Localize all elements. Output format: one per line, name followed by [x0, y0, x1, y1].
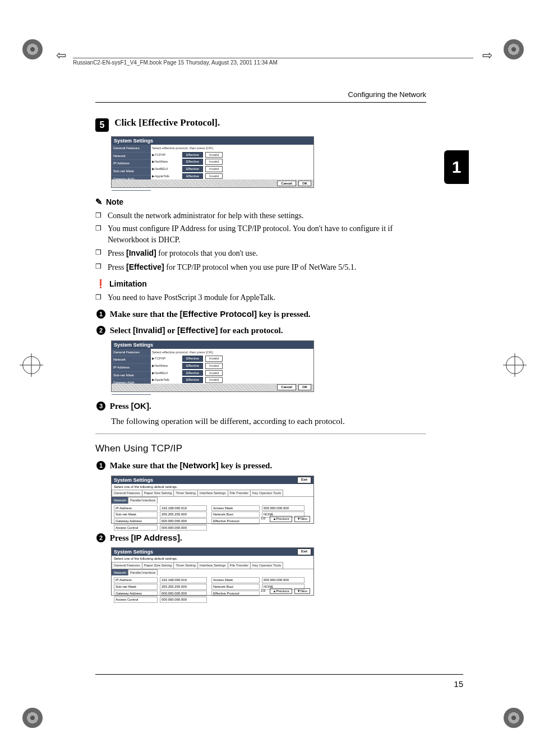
- separator: [95, 434, 426, 434]
- chapter-tab: 1: [444, 150, 469, 184]
- document-page: ⇦ ⇨ RussianC2-EN-sysF1_V4_FM.book Page 1…: [0, 0, 535, 756]
- cancel-button[interactable]: Cancel: [277, 181, 296, 187]
- substep-number-icon: 1: [96, 310, 105, 319]
- dialog-title: System Settings: [112, 137, 313, 145]
- cancel-button[interactable]: Cancel: [277, 384, 296, 390]
- arrow-icon: ⇦: [56, 48, 66, 63]
- running-head: Configuring the Network: [95, 90, 426, 103]
- note-item: Press [Invalid] for protocols that you d…: [95, 247, 426, 259]
- substep-body: The following operation will be differen…: [111, 416, 426, 428]
- substep: 1 Make sure that the [Network] key is pr…: [96, 459, 426, 472]
- exit-button[interactable]: Exit: [297, 548, 311, 555]
- note-item: Press [Effective] for TCP/IP protocol wh…: [95, 261, 426, 273]
- substep: 2 Select [Invalid] or [Effective] for ea…: [96, 324, 426, 337]
- section-heading: When Using TCP/IP: [95, 442, 426, 456]
- registration-mark-icon: [22, 356, 40, 374]
- tab[interactable]: General Features: [112, 490, 142, 496]
- note-item: Consult the network administrator for he…: [95, 210, 426, 222]
- book-header: RussianC2-EN-sysF1_V4_FM.book Page 15 Th…: [73, 58, 473, 66]
- screenshot-system-settings: System Settings Exit Select one of the f…: [111, 547, 314, 596]
- dialog-bottombar: Cancel OK: [112, 179, 313, 187]
- tab-row: General Features Paper Size Setting Time…: [112, 490, 313, 497]
- step-title: Click [Effective Protocol].: [114, 117, 220, 128]
- registration-mark-icon: [506, 356, 524, 374]
- prev-button[interactable]: ▲Previous: [270, 588, 292, 594]
- tab[interactable]: File Transfer: [228, 490, 251, 496]
- substep: 2 Press [IP Address].: [96, 532, 426, 545]
- step-number-icon: 5: [95, 118, 109, 132]
- subtab-network[interactable]: Network: [112, 497, 128, 504]
- dialog-main: Select effective protocol, then press [O…: [151, 145, 313, 179]
- limitation-list: You need to have PostScript 3 module for…: [95, 292, 426, 303]
- crop-mark-icon: [504, 39, 524, 59]
- next-button[interactable]: ▼Next: [294, 516, 310, 522]
- screenshot-effective-protocol: System Settings General Features Network…: [111, 340, 314, 392]
- substep: 1 Make sure that the [Effective Protocol…: [96, 308, 426, 321]
- prev-button[interactable]: ▲Previous: [270, 516, 292, 522]
- screenshot-effective-protocol: System Settings General Features Network…: [111, 136, 314, 188]
- ok-button[interactable]: OK: [298, 384, 311, 390]
- step-heading: 5 Click [Effective Protocol].: [95, 116, 426, 132]
- note-item: You must configure IP Address for using …: [95, 223, 426, 246]
- limitation-heading: ❗ Limitation: [95, 278, 426, 290]
- exit-button[interactable]: Exit: [297, 477, 311, 483]
- dialog-title: System Settings: [114, 477, 153, 483]
- note-icon: ✎: [95, 196, 103, 208]
- ok-button[interactable]: OK: [298, 181, 311, 187]
- tab[interactable]: Timer Setting: [173, 490, 197, 496]
- tab[interactable]: Paper Size Setting: [142, 490, 174, 496]
- crop-mark-icon: [22, 708, 43, 728]
- tab[interactable]: Interface Settings: [197, 490, 228, 496]
- limitation-icon: ❗: [95, 278, 106, 290]
- substep-number-icon: 1: [96, 461, 105, 470]
- arrow-icon: ⇨: [482, 48, 492, 63]
- note-heading: ✎ Note: [95, 196, 426, 208]
- note-list: Consult the network administrator for he…: [95, 210, 426, 273]
- crop-mark-icon: [504, 708, 524, 728]
- screenshot-system-settings: System Settings Exit Select one of the f…: [111, 476, 314, 524]
- content-area: Configuring the Network 5 Click [Effecti…: [95, 90, 426, 603]
- footer-rule: [95, 674, 463, 675]
- tab[interactable]: Key Operator Tools: [250, 490, 283, 496]
- limitation-item: You need to have PostScript 3 module for…: [95, 292, 426, 303]
- crop-mark-icon: [22, 39, 43, 59]
- next-button[interactable]: ▼Next: [294, 588, 310, 594]
- page-number: 15: [454, 679, 463, 689]
- substep-number-icon: 3: [96, 402, 105, 411]
- substep-number-icon: 2: [96, 326, 105, 335]
- substep: 3 Press [OK].: [96, 400, 426, 413]
- subtab-parallel[interactable]: Parallel Interface: [128, 497, 158, 504]
- substep-number-icon: 2: [96, 533, 105, 542]
